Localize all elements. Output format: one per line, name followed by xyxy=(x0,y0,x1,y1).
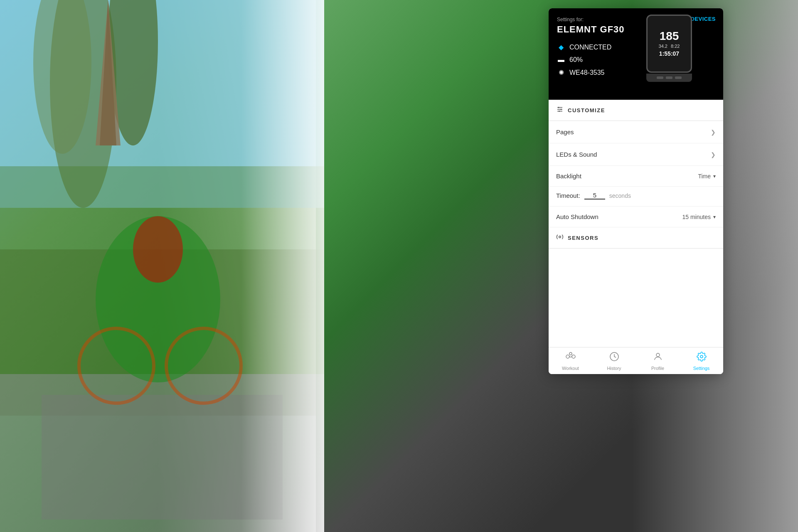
auto-shutdown-value-container[interactable]: 15 minutes ▾ xyxy=(682,214,716,220)
sensors-icon xyxy=(556,233,564,242)
sensors-title: SENSORS xyxy=(568,235,598,241)
cyclist-area xyxy=(0,0,324,532)
pages-chevron: ❯ xyxy=(711,129,716,135)
firmware-icon: ✺ xyxy=(557,69,565,76)
svg-point-11 xyxy=(133,216,183,283)
svg-point-23 xyxy=(566,355,569,358)
svg-point-30 xyxy=(700,355,703,358)
leds-sound-label: LEDs & Sound xyxy=(556,151,597,158)
device-bottom xyxy=(646,74,692,82)
bluetooth-icon: ◆ xyxy=(557,43,565,51)
main-panel: DEVICES Settings for: ELEMNT GF30 185 34… xyxy=(549,8,723,374)
device-btn-3 xyxy=(675,76,682,79)
backlight-dropdown-arrow: ▾ xyxy=(713,173,716,179)
nav-settings[interactable]: Settings xyxy=(680,347,723,374)
svg-point-29 xyxy=(656,353,660,357)
customize-icon xyxy=(556,106,564,115)
device-btn-1 xyxy=(657,76,663,79)
screen-time: 1:55:07 xyxy=(659,50,679,57)
backlight-value: Time xyxy=(698,173,711,180)
nav-history[interactable]: History xyxy=(592,347,636,374)
scene-svg xyxy=(0,0,324,532)
device-screen: 185 34.2 8:22 1:55:07 xyxy=(646,15,692,73)
history-icon xyxy=(609,352,619,364)
bluetooth-status-text: CONNECTED xyxy=(569,44,611,51)
profile-label: Profile xyxy=(651,366,664,371)
auto-shutdown-label: Auto Shutdown xyxy=(556,213,598,220)
pages-label: Pages xyxy=(556,128,574,135)
backlight-row: Backlight Time ▾ xyxy=(549,166,723,187)
device-header: DEVICES Settings for: ELEMNT GF30 185 34… xyxy=(549,8,723,100)
settings-label: Settings xyxy=(693,366,710,371)
svg-point-18 xyxy=(558,107,559,108)
device-btn-2 xyxy=(666,76,672,79)
firmware-version-text: WE48-3535 xyxy=(569,69,605,76)
sensors-section-header: SENSORS xyxy=(549,227,723,249)
history-label: History xyxy=(607,366,621,371)
battery-level-text: 60% xyxy=(569,56,583,64)
timeout-unit: seconds xyxy=(609,192,631,199)
svg-point-21 xyxy=(559,236,561,238)
workout-icon xyxy=(566,352,576,364)
device-image: 185 34.2 8:22 1:55:07 xyxy=(646,15,700,81)
battery-icon: ▬ xyxy=(557,56,565,64)
screen-clock: 8:22 xyxy=(671,44,680,49)
timeout-row: Timeout: seconds xyxy=(549,187,723,207)
nav-workout[interactable]: Workout xyxy=(549,347,592,374)
timeout-input[interactable] xyxy=(584,192,605,200)
profile-icon xyxy=(653,352,663,364)
backlight-label: Backlight xyxy=(556,172,581,180)
bottom-nav: Workout History Profile xyxy=(549,347,723,374)
screen-speed: 185 xyxy=(660,30,679,42)
nav-profile[interactable]: Profile xyxy=(636,347,680,374)
screen-miles: 34.2 xyxy=(659,44,667,49)
customize-section-header: CUSTOMIZE xyxy=(549,100,723,121)
svg-point-19 xyxy=(561,109,562,110)
workout-label: Workout xyxy=(562,366,579,371)
screen-sub-row: 34.2 8:22 xyxy=(659,44,680,49)
svg-point-24 xyxy=(572,355,575,358)
timeout-label: Timeout: xyxy=(556,192,580,199)
panel-content: CUSTOMIZE Pages ❯ LEDs & Sound ❯ Backlig… xyxy=(549,100,723,347)
settings-icon xyxy=(697,352,707,364)
leds-sound-menu-item[interactable]: LEDs & Sound ❯ xyxy=(549,143,723,166)
pages-menu-item[interactable]: Pages ❯ xyxy=(549,121,723,143)
svg-rect-14 xyxy=(241,0,324,532)
leds-sound-chevron: ❯ xyxy=(711,151,716,158)
auto-shutdown-value: 15 minutes xyxy=(682,214,711,220)
backlight-value-container[interactable]: Time ▾ xyxy=(698,173,716,180)
auto-shutdown-row: Auto Shutdown 15 minutes ▾ xyxy=(549,207,723,227)
svg-point-22 xyxy=(569,352,572,355)
svg-point-20 xyxy=(559,111,560,112)
auto-shutdown-dropdown-arrow: ▾ xyxy=(713,214,716,220)
customize-title: CUSTOMIZE xyxy=(568,107,605,113)
